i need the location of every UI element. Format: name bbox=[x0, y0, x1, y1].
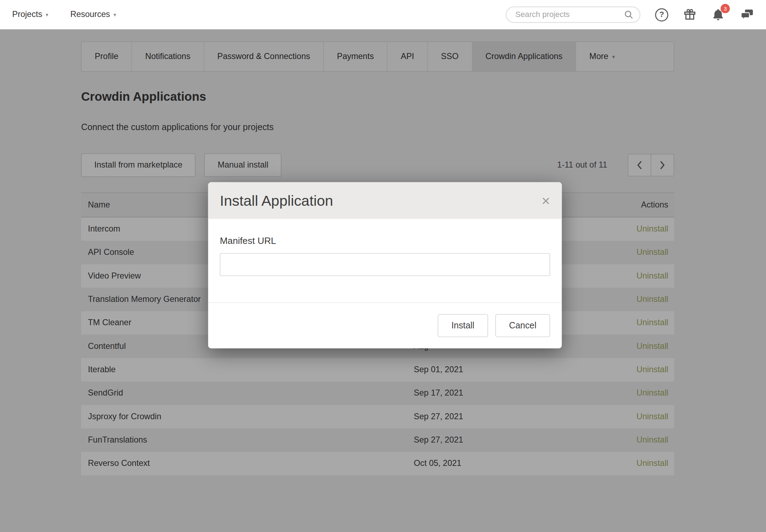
resources-menu[interactable]: Resources ▾ bbox=[70, 10, 116, 20]
install-button[interactable]: Install bbox=[438, 314, 488, 337]
crowdin-settings-page: ProfileNotificationsPassword & Connectio… bbox=[0, 0, 766, 532]
modal-title: Install Application bbox=[220, 192, 333, 209]
cancel-button[interactable]: Cancel bbox=[495, 314, 550, 337]
modal-header: Install Application × bbox=[208, 182, 562, 219]
gift-icon bbox=[683, 8, 697, 22]
search-icon bbox=[624, 10, 634, 20]
gift-button[interactable] bbox=[683, 8, 697, 22]
chat-icon bbox=[739, 8, 754, 22]
close-icon[interactable]: × bbox=[542, 193, 550, 208]
search-box[interactable] bbox=[505, 6, 640, 23]
manifest-url-label: Manifest URL bbox=[220, 235, 276, 246]
chevron-down-icon: ▾ bbox=[46, 12, 48, 17]
top-navigation-bar: Projects ▾ Resources ▾ ? bbox=[0, 0, 766, 29]
help-button[interactable]: ? bbox=[655, 8, 668, 21]
topbar-right-group: ? 3 bbox=[505, 6, 754, 23]
install-application-modal: Install Application × Manifest URL Insta… bbox=[208, 182, 562, 348]
messages-button[interactable] bbox=[739, 8, 754, 22]
projects-menu-label: Projects bbox=[12, 10, 42, 20]
resources-menu-label: Resources bbox=[70, 10, 110, 20]
search-input[interactable] bbox=[514, 10, 624, 20]
question-icon: ? bbox=[655, 8, 668, 21]
modal-body: Manifest URL bbox=[208, 219, 562, 302]
chevron-down-icon: ▾ bbox=[113, 12, 116, 17]
notification-badge: 3 bbox=[720, 4, 730, 13]
notifications-button[interactable]: 3 bbox=[711, 8, 725, 22]
projects-menu[interactable]: Projects ▾ bbox=[12, 10, 48, 20]
manifest-url-input[interactable] bbox=[220, 253, 550, 276]
modal-footer: Install Cancel bbox=[208, 302, 562, 348]
